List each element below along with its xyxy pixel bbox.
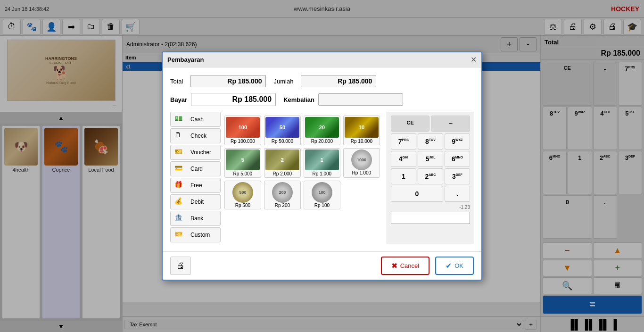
modal-display-sub: -1.23 — [391, 205, 470, 210]
coin-500-button[interactable]: 500 Rp 500 — [224, 181, 261, 209]
debit-label: Debit — [190, 199, 204, 205]
coin-1k-label: Rp 1.000 — [345, 170, 379, 175]
custom-label: Custom — [190, 232, 210, 238]
bayar-group: Bayar — [170, 93, 276, 106]
zero-dot-row: 0 . — [391, 186, 470, 202]
modal-numpad-grid: 7PRS 8TUV 9WXZ 4GHI 5JKL 6MNO 1 2ABC 3DE… — [391, 133, 470, 184]
coin-100-image: 100 — [312, 182, 332, 203]
ok-button[interactable]: ✔ OK — [435, 257, 474, 275]
jumlah-input[interactable] — [301, 75, 376, 87]
coin-200-button[interactable]: 200 Rp 200 — [264, 181, 301, 209]
bill-50k-label: Rp 50.000 — [265, 139, 299, 144]
bill-20k-label: Rp 20.000 — [305, 139, 339, 144]
kembalian-input[interactable] — [318, 93, 403, 106]
ok-label: OK — [454, 262, 463, 269]
modal-6-button[interactable]: 6MNO — [445, 151, 470, 167]
bill-20k-image: 20 — [305, 117, 339, 138]
modal-9-button[interactable]: 9WXZ — [445, 133, 470, 149]
bank-method[interactable]: 🏦 Bank — [170, 211, 221, 226]
bill-5k-button[interactable]: 5 Rp 5.000 — [224, 148, 261, 178]
cancel-label: Cancel — [400, 262, 419, 269]
bayar-kembalian-row: Bayar Kembalian — [170, 93, 474, 106]
cash-label: Cash — [190, 116, 204, 123]
denom-row-3: 500 Rp 500 200 Rp 200 100 Rp 100 — [224, 181, 383, 209]
modal-3-button[interactable]: 3DEF — [445, 168, 470, 184]
kembalian-group: Kembalian — [283, 93, 403, 106]
debit-icon: 💰 — [174, 197, 188, 207]
bill-10k-button[interactable]: 10 Rp 10.000 — [343, 116, 380, 145]
modal-numpad-area: CE − 7PRS 8TUV 9WXZ 4GHI 5JKL 6MNO 1 2AB… — [387, 112, 474, 244]
modal-8-button[interactable]: 8TUV — [418, 133, 443, 149]
ok-icon: ✔ — [446, 261, 452, 270]
modal-body: Total Jumlah Bayar Kembalian — [163, 67, 481, 251]
bill-2k-button[interactable]: 2 Rp 2.000 — [264, 148, 301, 178]
card-method[interactable]: 💳 Card — [170, 161, 221, 176]
bank-icon: 🏦 — [174, 214, 188, 223]
modal-ce-button[interactable]: CE — [391, 116, 430, 132]
total-input[interactable] — [190, 75, 266, 87]
coin-1k-button[interactable]: 1000 Rp 1.000 — [343, 148, 380, 178]
modal-bottom-bar: 🖨 ✖ Cancel ✔ OK — [163, 251, 481, 280]
bill-1k-label: Rp 1.000 — [305, 171, 339, 176]
bayar-label: Bayar — [170, 96, 187, 103]
cancel-icon: ✖ — [391, 261, 397, 270]
payment-methods: 💵 Cash 🗒 Check 🎫 Voucher 💳 Card — [170, 112, 221, 244]
bill-10k-image: 10 — [345, 117, 379, 138]
coin-200-image: 200 — [272, 182, 293, 203]
modal-2-button[interactable]: 2ABC — [418, 168, 443, 184]
bill-20k-button[interactable]: 20 Rp 20.000 — [304, 116, 340, 145]
ce-minus-row: CE − — [391, 116, 470, 132]
modal-5-button[interactable]: 5JKL — [418, 151, 443, 167]
coin-500-image: 500 — [232, 182, 253, 203]
check-label: Check — [190, 133, 206, 139]
modal-action-buttons: ✖ Cancel ✔ OK — [381, 257, 474, 275]
cancel-button[interactable]: ✖ Cancel — [381, 257, 429, 275]
cash-method[interactable]: 💵 Cash — [170, 112, 221, 127]
modal-dot-button[interactable]: . — [445, 186, 470, 202]
card-icon: 💳 — [174, 164, 188, 174]
debit-method[interactable]: 💰 Debit — [170, 194, 221, 209]
voucher-label: Voucher — [190, 149, 211, 156]
free-label: Free — [190, 182, 202, 189]
coin-500-label: Rp 500 — [226, 203, 260, 208]
bill-1k-image: 1 — [305, 149, 339, 170]
check-icon: 🗒 — [174, 131, 188, 141]
modal-display — [391, 212, 470, 224]
voucher-method[interactable]: 🎫 Voucher — [170, 145, 221, 160]
card-label: Card — [190, 166, 203, 172]
total-label: Total — [170, 78, 183, 85]
modal-close-button[interactable]: ✕ — [471, 55, 477, 64]
modal-minus-button[interactable]: − — [431, 116, 470, 132]
modal-print-button[interactable]: 🖨 — [170, 257, 191, 275]
check-method[interactable]: 🗒 Check — [170, 128, 221, 143]
modal-0-button[interactable]: 0 — [391, 186, 443, 202]
denominations-area: 100 Rp 100.000 50 Rp 50.000 20 Rp 20.000 — [221, 112, 387, 244]
free-method[interactable]: 🎁 Free — [170, 178, 221, 193]
coin-200-label: Rp 200 — [265, 203, 299, 208]
bill-100k-button[interactable]: 100 Rp 100.000 — [224, 116, 261, 145]
coin-100-button[interactable]: 100 Rp 100 — [304, 181, 340, 209]
cash-icon: 💵 — [174, 115, 188, 124]
coin-1k-image: 1000 — [351, 149, 372, 170]
modal-1-button[interactable]: 1 — [391, 168, 416, 184]
totals-row: Total Jumlah — [170, 75, 474, 87]
modal-7-button[interactable]: 7PRS — [391, 133, 416, 149]
free-icon: 🎁 — [174, 181, 188, 190]
payment-modal: Pembayaran ✕ Total Jumlah Bayar Kembalia… — [162, 51, 482, 281]
custom-icon: 🎫 — [174, 230, 188, 240]
coin-100-label: Rp 100 — [305, 203, 339, 208]
modal-title-bar: Pembayaran ✕ — [163, 52, 481, 67]
bill-2k-label: Rp 2.000 — [265, 171, 299, 176]
bill-50k-button[interactable]: 50 Rp 50.000 — [264, 116, 301, 145]
bill-50k-image: 50 — [265, 117, 299, 138]
modal-overlay: Pembayaran ✕ Total Jumlah Bayar Kembalia… — [0, 0, 644, 332]
modal-4-button[interactable]: 4GHI — [391, 151, 416, 167]
bill-5k-image: 5 — [226, 149, 260, 170]
custom-method[interactable]: 🎫 Custom — [170, 227, 221, 242]
bill-2k-image: 2 — [265, 149, 299, 170]
bill-100k-image: 100 — [226, 117, 260, 138]
modal-content: 💵 Cash 🗒 Check 🎫 Voucher 💳 Card — [170, 112, 474, 244]
bayar-input[interactable] — [191, 93, 276, 106]
bill-1k-button[interactable]: 1 Rp 1.000 — [304, 148, 340, 178]
jumlah-label: Jumlah — [273, 78, 293, 85]
